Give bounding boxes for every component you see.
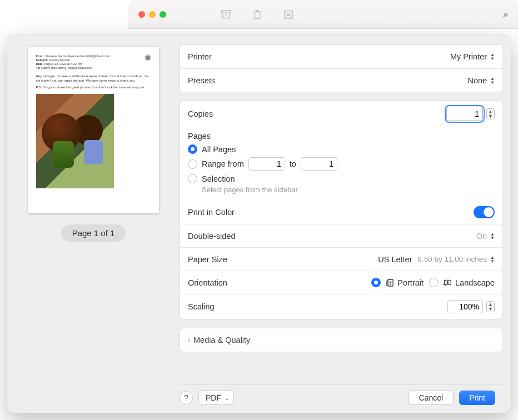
svg-point-5 — [447, 281, 448, 282]
paper-size-select[interactable]: US Letter 8.50 by 11.00 inches ▲▼ — [378, 255, 495, 264]
background-window-titlebar: » — [128, 0, 518, 29]
help-button[interactable]: ? — [180, 391, 193, 404]
radio-icon[interactable] — [429, 278, 439, 287]
copies-label: Copies — [188, 109, 213, 118]
printer-select[interactable]: My Printer ▲▼ — [450, 52, 495, 61]
print-color-label: Print in Color — [188, 208, 235, 217]
updown-icon: ▲▼ — [490, 77, 495, 84]
range-to-input[interactable] — [301, 157, 337, 171]
scaling-input[interactable] — [447, 300, 483, 313]
pages-range-option[interactable]: Range from to — [188, 156, 495, 172]
updown-icon: ▲▼ — [490, 53, 495, 61]
scaling-stepper[interactable]: ▲▼ — [486, 301, 495, 312]
copies-row: Copies ▲▼ — [180, 101, 502, 127]
traffic-zoom-icon — [160, 11, 166, 18]
junk-icon — [282, 8, 295, 21]
copies-stepper[interactable]: ▲▼ — [486, 108, 495, 119]
preview-page: ◇ From: Jasmine Garcia Jasmine.Garcia91@… — [28, 47, 159, 213]
media-quality-label: Media & Quality — [193, 336, 250, 344]
print-options-group: Copies ▲▼ Pages All Pages Range from to — [180, 101, 503, 319]
print-color-row: Print in Color — [180, 201, 502, 224]
avatar-icon — [145, 54, 151, 61]
cancel-button[interactable]: Cancel — [409, 391, 454, 405]
traffic-close-icon — [138, 11, 145, 18]
printer-label: Printer — [188, 52, 212, 61]
pages-block: Pages All Pages Range from to Selection … — [180, 127, 502, 201]
preview-pane: ◇ From: Jasmine Garcia Jasmine.Garcia91@… — [7, 34, 180, 413]
printer-row[interactable]: Printer My Printer ▲▼ — [180, 45, 502, 68]
print-color-toggle[interactable] — [474, 206, 495, 218]
archive-icon — [220, 8, 232, 21]
print-dialog: ◇ From: Jasmine Garcia Jasmine.Garcia91@… — [7, 34, 511, 413]
radio-checked-icon[interactable] — [188, 144, 197, 154]
media-quality-disclosure[interactable]: › Media & Quality — [180, 328, 503, 352]
print-form: Printer My Printer ▲▼ Presets None ▲▼ Co… — [180, 34, 511, 413]
orientation-portrait-option[interactable]: Portrait — [371, 278, 424, 288]
traffic-minimize-icon — [149, 11, 156, 18]
radio-icon[interactable] — [188, 174, 197, 183]
orientation-label: Orientation — [188, 278, 227, 287]
chevron-down-icon: ⌄ — [225, 395, 229, 401]
background-toolbar — [220, 8, 295, 21]
print-button[interactable]: Print — [459, 391, 495, 405]
scaling-row: Scaling ▲▼ — [180, 294, 502, 319]
double-sided-row[interactable]: Double-sided On ▲▼ — [180, 224, 502, 247]
orientation-landscape-option[interactable]: Landscape — [429, 278, 495, 288]
page-indicator: Page 1 of 1 — [61, 224, 126, 242]
svg-rect-0 — [222, 10, 231, 13]
double-sided-label: Double-sided — [188, 232, 235, 241]
landscape-icon — [441, 278, 452, 288]
selection-hint: Select pages from the sidebar — [202, 186, 495, 194]
chevron-right-icon: › — [188, 336, 190, 344]
orientation-row: Orientation Portrait — [180, 271, 502, 294]
printer-presets-group: Printer My Printer ▲▼ Presets None ▲▼ — [180, 44, 503, 92]
paper-size-label: Paper Size — [188, 255, 227, 264]
dialog-footer: ? PDF ⌄ Cancel Print — [180, 384, 503, 413]
portrait-icon — [383, 278, 395, 288]
presets-row[interactable]: Presets None ▲▼ — [180, 68, 502, 92]
preview-photo — [36, 94, 114, 188]
radio-icon[interactable] — [188, 159, 197, 169]
updown-icon: ▲▼ — [490, 256, 495, 263]
presets-label: Presets — [188, 76, 215, 85]
pdf-menu-button[interactable]: PDF ⌄ — [198, 391, 234, 405]
updown-icon: ▲▼ — [490, 232, 495, 240]
radio-checked-icon[interactable] — [371, 278, 381, 287]
trash-icon — [251, 8, 263, 21]
presets-select[interactable]: None ▲▼ — [467, 76, 495, 85]
pages-selection-option[interactable]: Selection — [188, 172, 495, 185]
overflow-icon: » — [503, 9, 508, 19]
svg-point-3 — [390, 281, 391, 282]
scaling-label: Scaling — [188, 302, 215, 311]
pages-label: Pages — [188, 132, 495, 141]
range-from-input[interactable] — [248, 157, 285, 171]
pages-all-option[interactable]: All Pages — [188, 143, 495, 156]
paper-size-row[interactable]: Paper Size US Letter 8.50 by 11.00 inche… — [180, 247, 502, 271]
copies-input[interactable] — [446, 107, 483, 121]
double-sided-select[interactable]: On ▲▼ — [476, 232, 495, 241]
